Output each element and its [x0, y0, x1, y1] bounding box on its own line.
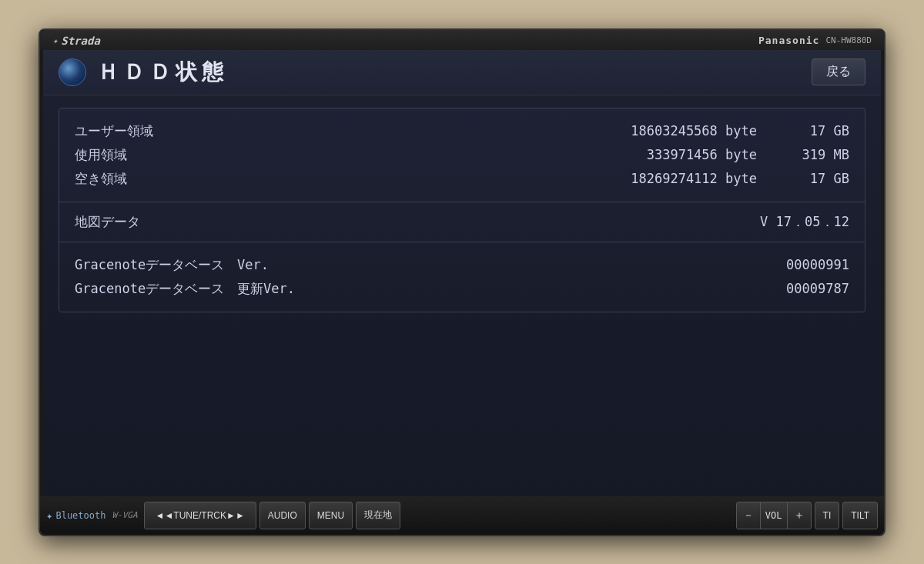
user-area-label: ユーザー領域 [75, 122, 213, 140]
vol-group: － VOL ＋ [736, 502, 812, 529]
bluetooth-label: Bluetooth [55, 510, 105, 521]
header-bar: ＨＤＤ状態 戻る [43, 50, 881, 95]
screen: ＨＤＤ状態 戻る ユーザー領域 18603245568 byte 17 GB 使… [43, 50, 881, 496]
used-area-bytes: 333971456 byte [213, 147, 772, 162]
page-title: ＨＤＤ状態 [97, 58, 228, 87]
gracenote-db-label: Gracenoteデータベース Ver. [75, 256, 269, 274]
screen-content: ＨＤＤ状態 戻る ユーザー領域 18603245568 byte 17 GB 使… [43, 50, 881, 496]
tune-trck-button[interactable]: ◄◄TUNE/TRCK►► [144, 502, 256, 529]
free-area-size: 17 GB [772, 171, 849, 186]
map-version: V 17．05．12 [760, 213, 849, 231]
top-bezel: ✦ Strada Panasonic CN-HW880D [40, 30, 884, 50]
brand-strada: ✦ Strada [52, 35, 100, 47]
tilt-button[interactable]: TILT [842, 502, 878, 529]
header-left: ＨＤＤ状態 [59, 58, 228, 87]
gracenote-section: Gracenoteデータベース Ver. 00000991 Gracenoteデ… [59, 242, 865, 312]
free-area-label: 空き領域 [75, 170, 213, 188]
used-area-row: 使用領域 333971456 byte 319 MB [75, 143, 849, 167]
gracenote-db-row: Gracenoteデータベース Ver. 00000991 [75, 253, 849, 277]
model-number: CN-HW880D [825, 35, 872, 45]
bottom-bar: ✦ Bluetooth W-VGA ◄◄TUNE/TRCK►► AUDIO ME… [40, 496, 884, 535]
bluetooth-icon: ✦ [46, 509, 52, 522]
menu-button[interactable]: MENU [309, 502, 353, 529]
gracenote-db-version: 00000991 [786, 257, 849, 272]
user-area-size: 17 GB [772, 123, 849, 138]
map-section: 地図データ V 17．05．12 [59, 202, 865, 242]
bluetooth-area: ✦ Bluetooth [46, 509, 105, 522]
free-area-bytes: 18269274112 byte [213, 171, 772, 186]
wvga-label: W-VGA [112, 510, 137, 520]
gracenote-update-row: Gracenoteデータベース 更新Ver. 00009787 [75, 277, 849, 301]
brand-panasonic: Panasonic [758, 35, 819, 46]
ti-button[interactable]: TI [815, 502, 840, 529]
current-location-button[interactable]: 現在地 [356, 502, 400, 529]
used-area-size: 319 MB [772, 147, 849, 162]
back-button[interactable]: 戻る [812, 58, 865, 85]
audio-button[interactable]: AUDIO [259, 502, 306, 529]
used-area-label: 使用領域 [75, 146, 213, 164]
star-icon: ✦ [52, 35, 58, 46]
storage-section: ユーザー領域 18603245568 byte 17 GB 使用領域 33397… [59, 108, 865, 202]
user-area-bytes: 18603245568 byte [213, 123, 772, 138]
free-area-row: 空き領域 18269274112 byte 17 GB [75, 167, 849, 191]
device-unit: ✦ Strada Panasonic CN-HW880D ＨＤＤ状態 戻る [38, 28, 886, 536]
gracenote-update-version: 00009787 [786, 281, 849, 296]
vol-minus-button[interactable]: － [737, 502, 760, 529]
gracenote-update-label: Gracenoteデータベース 更新Ver. [75, 280, 295, 298]
map-label: 地図データ [75, 213, 140, 231]
vol-label: VOL [760, 502, 788, 529]
vol-plus-button[interactable]: ＋ [788, 502, 811, 529]
main-panel: ユーザー領域 18603245568 byte 17 GB 使用領域 33397… [59, 108, 865, 312]
user-area-row: ユーザー領域 18603245568 byte 17 GB [75, 119, 849, 143]
blue-circle-icon [59, 58, 86, 86]
